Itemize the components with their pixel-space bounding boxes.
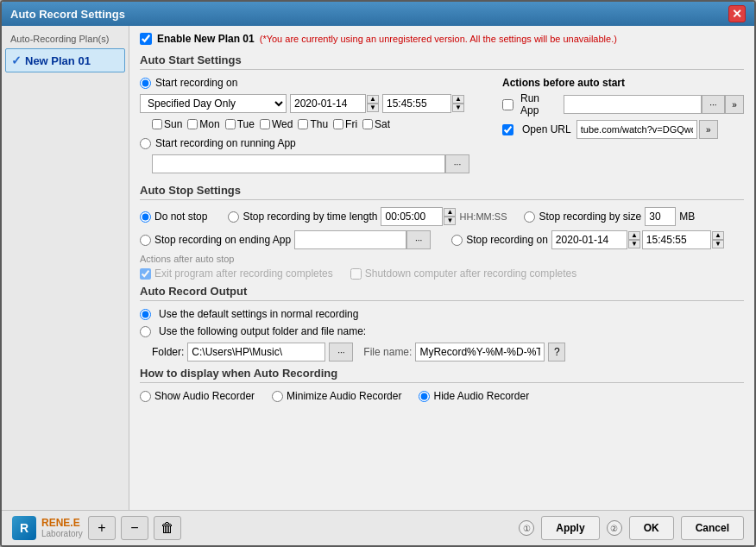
- run-app-dots-btn[interactable]: ···: [702, 95, 726, 114]
- stop-by-size-input[interactable]: [645, 207, 676, 226]
- default-output-label: Use the default settings in normal recor…: [159, 308, 358, 320]
- day-thu: Thu: [298, 118, 328, 130]
- mon-checkbox[interactable]: [187, 119, 198, 129]
- open-url-input[interactable]: [576, 120, 697, 139]
- shutdown-label: Shutdown computer after recording comple…: [365, 267, 576, 280]
- stop-row-1: Do not stop Stop recording by time lengt…: [140, 207, 744, 226]
- folder-browse-btn[interactable]: ···: [329, 343, 353, 362]
- add-plan-btn[interactable]: +: [88, 516, 116, 540]
- minimize-recorder-wrap: Minimize Audio Recorder: [272, 390, 401, 402]
- run-app-arrow-btn[interactable]: »: [725, 95, 744, 114]
- folder-input[interactable]: [187, 343, 325, 362]
- sidebar-item-new-plan[interactable]: ✓ New Plan 01: [5, 48, 125, 72]
- stop-date-wrap: ▲ ▼: [551, 230, 640, 249]
- close-button[interactable]: ✕: [728, 5, 746, 22]
- time-len-down-btn[interactable]: ▼: [444, 217, 456, 225]
- schedule-type-select[interactable]: Specified Day Only: [140, 94, 287, 113]
- time-spin-btns: ▲ ▼: [452, 95, 464, 112]
- display-row: Show Audio Recorder Minimize Audio Recor…: [140, 390, 744, 402]
- stop-date-input[interactable]: [551, 230, 627, 249]
- filename-help-btn[interactable]: ?: [548, 343, 565, 362]
- minimize-recorder-radio[interactable]: [272, 391, 283, 402]
- running-app-row: ···: [152, 154, 488, 173]
- exit-checkbox[interactable]: [140, 268, 151, 280]
- hide-recorder-radio[interactable]: [419, 391, 430, 402]
- start-running-radio[interactable]: [140, 138, 151, 149]
- run-app-input[interactable]: [564, 95, 702, 114]
- default-output-radio[interactable]: [140, 309, 151, 320]
- date-down-btn[interactable]: ▼: [367, 104, 379, 112]
- start-date-input[interactable]: [290, 94, 366, 113]
- auto-start-section-title: Auto Start Settings: [140, 53, 744, 70]
- running-app-input[interactable]: [152, 154, 445, 173]
- time-up-btn[interactable]: ▲: [452, 95, 464, 104]
- stop-date-up-btn[interactable]: ▲: [628, 231, 640, 240]
- check-icon: ✓: [11, 53, 22, 67]
- running-app-browse-btn[interactable]: ···: [445, 154, 469, 173]
- end-app-input[interactable]: [294, 230, 406, 249]
- default-output-row: Use the default settings in normal recor…: [140, 308, 744, 320]
- tue-label: Tue: [237, 118, 255, 130]
- end-app-browse-btn[interactable]: ···: [406, 230, 431, 249]
- cancel-button[interactable]: Cancel: [681, 516, 744, 540]
- fri-checkbox[interactable]: [333, 119, 343, 129]
- wed-checkbox[interactable]: [260, 119, 270, 129]
- start-running-label: Start recording on running App: [155, 137, 296, 149]
- run-app-label: Run App: [520, 92, 560, 116]
- schedule-row: Specified Day Only ▲ ▼ ▲: [140, 94, 488, 113]
- stop-time-down-btn[interactable]: ▼: [712, 240, 724, 248]
- stop-time-input[interactable]: [642, 230, 711, 249]
- stop-time-up-btn[interactable]: ▲: [712, 231, 724, 240]
- shutdown-checkbox[interactable]: [350, 268, 362, 280]
- run-app-checkbox[interactable]: [502, 99, 513, 110]
- stop-on-ending-radio[interactable]: [140, 235, 151, 246]
- logo-lab: Laboratory: [41, 529, 83, 539]
- sun-checkbox[interactable]: [152, 119, 162, 129]
- wed-label: Wed: [272, 118, 293, 130]
- run-app-row: Run App ··· »: [502, 92, 744, 116]
- thu-label: Thu: [310, 118, 328, 130]
- time-length-input[interactable]: [381, 207, 443, 226]
- remove-plan-btn[interactable]: −: [121, 516, 148, 540]
- do-not-stop-radio[interactable]: [140, 211, 151, 223]
- hide-recorder-label: Hide Audio Recorder: [433, 390, 529, 402]
- day-fri: Fri: [333, 118, 357, 130]
- open-url-arrow-btn[interactable]: »: [699, 120, 718, 139]
- sidebar: Auto-Recording Plan(s) ✓ New Plan 01: [2, 26, 129, 510]
- start-time-input[interactable]: [382, 94, 451, 113]
- stop-by-time-wrap: Stop recording by time length ▲ ▼ HH:MM:…: [228, 207, 507, 226]
- stop-by-time-radio[interactable]: [228, 211, 239, 223]
- size-unit: MB: [679, 211, 695, 223]
- ok-button[interactable]: OK: [629, 516, 674, 540]
- thu-checkbox[interactable]: [298, 119, 308, 129]
- logo-text: RENE.E Laboratory: [41, 517, 83, 539]
- open-url-checkbox[interactable]: [502, 124, 513, 135]
- sat-checkbox[interactable]: [362, 119, 373, 129]
- bottom-left: R RENE.E Laboratory + − 🗑: [12, 516, 181, 540]
- time-down-btn[interactable]: ▼: [452, 104, 464, 112]
- display-section-title: How to display when Auto Recording: [140, 367, 744, 383]
- actions-before-label: Actions before auto start: [502, 77, 744, 89]
- stop-date-spin: ▲ ▼: [628, 231, 640, 248]
- date-up-btn[interactable]: ▲: [367, 95, 379, 104]
- date-spin-wrapper: ▲ ▼: [290, 94, 379, 113]
- actions-after-label: Actions after auto stop: [140, 254, 744, 264]
- tue-checkbox[interactable]: [225, 119, 236, 129]
- enable-label: Enable New Plan 01: [157, 33, 255, 45]
- custom-output-radio[interactable]: [140, 326, 151, 337]
- filename-input[interactable]: [415, 343, 545, 362]
- stop-on-ending-wrap: Stop recording on ending App ···: [140, 230, 431, 249]
- time-len-up-btn[interactable]: ▲: [444, 208, 456, 217]
- day-sun: Sun: [152, 118, 182, 130]
- start-recording-on-radio[interactable]: [140, 78, 151, 89]
- stop-by-size-radio[interactable]: [524, 211, 535, 223]
- apply-button[interactable]: Apply: [541, 516, 599, 540]
- do-not-stop-wrap: Do not stop: [140, 211, 207, 223]
- auto-record-settings-dialog: Auto Record Settings ✕ Auto-Recording Pl…: [0, 0, 756, 547]
- bottom-right: ① Apply ② OK Cancel: [519, 516, 744, 540]
- enable-checkbox[interactable]: [140, 33, 152, 45]
- stop-date-down-btn[interactable]: ▼: [628, 240, 640, 248]
- stop-on-radio[interactable]: [451, 235, 463, 246]
- show-recorder-radio[interactable]: [140, 391, 151, 402]
- delete-plan-btn[interactable]: 🗑: [154, 516, 181, 540]
